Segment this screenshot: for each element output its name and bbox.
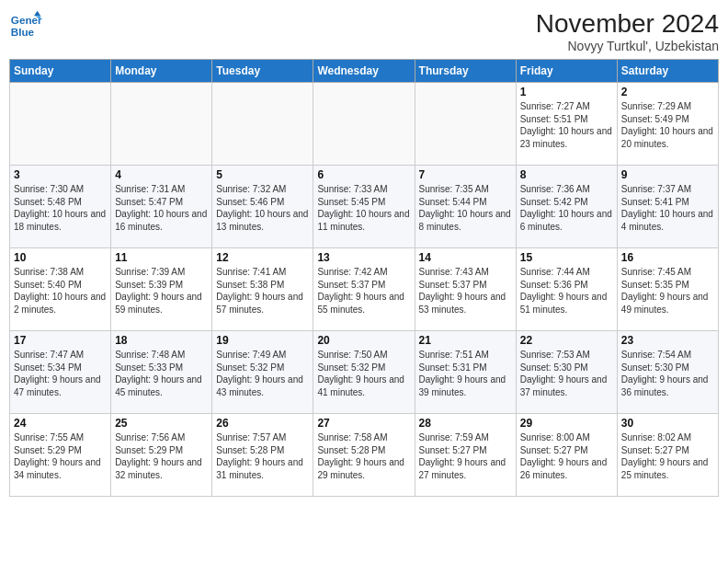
day-info: Sunrise: 7:56 AM	[115, 431, 208, 444]
day-info: Sunrise: 7:55 AM	[14, 431, 107, 444]
day-info: Sunrise: 7:53 AM	[520, 349, 613, 362]
header: General Blue November 2024 Novyy Turtkul…	[9, 9, 719, 53]
day-number: 23	[621, 334, 714, 347]
day-info: Sunrise: 7:45 AM	[621, 266, 714, 279]
day-number: 14	[419, 251, 512, 264]
day-info: Daylight: 9 hours and 47 minutes.	[14, 373, 107, 398]
calendar-cell: 25Sunrise: 7:56 AMSunset: 5:29 PMDayligh…	[111, 414, 212, 497]
day-info: Sunset: 5:41 PM	[621, 196, 714, 209]
day-info: Sunset: 5:32 PM	[317, 362, 410, 374]
calendar-cell: 4Sunrise: 7:31 AMSunset: 5:47 PMDaylight…	[111, 166, 212, 248]
calendar-body: 1Sunrise: 7:27 AMSunset: 5:51 PMDaylight…	[10, 83, 719, 497]
day-info: Daylight: 10 hours and 23 minutes.	[520, 125, 613, 150]
day-number: 6	[317, 168, 410, 181]
day-info: Daylight: 9 hours and 53 minutes.	[419, 291, 512, 316]
day-info: Sunset: 5:35 PM	[621, 279, 714, 292]
day-info: Sunset: 5:34 PM	[14, 362, 107, 374]
day-info: Sunrise: 7:31 AM	[115, 183, 208, 196]
day-info: Sunrise: 7:41 AM	[216, 266, 309, 279]
day-info: Daylight: 9 hours and 57 minutes.	[216, 291, 309, 316]
day-info: Sunrise: 7:37 AM	[621, 183, 714, 196]
calendar-cell: 20Sunrise: 7:50 AMSunset: 5:32 PMDayligh…	[313, 331, 415, 414]
day-info: Sunset: 5:45 PM	[317, 196, 410, 209]
day-number: 2	[621, 86, 714, 98]
day-info: Sunrise: 7:48 AM	[115, 349, 208, 362]
day-info: Sunrise: 7:32 AM	[216, 183, 309, 196]
day-info: Sunrise: 7:54 AM	[621, 349, 714, 362]
day-number: 1	[520, 86, 613, 98]
day-info: Daylight: 10 hours and 6 minutes.	[520, 208, 613, 233]
day-header-sunday: Sunday	[10, 60, 111, 83]
day-number: 11	[115, 251, 208, 264]
day-info: Daylight: 10 hours and 2 minutes.	[14, 291, 107, 316]
day-info: Sunrise: 8:00 AM	[520, 431, 613, 444]
day-info: Sunset: 5:47 PM	[115, 196, 208, 209]
day-info: Daylight: 9 hours and 49 minutes.	[621, 291, 714, 316]
calendar-cell: 5Sunrise: 7:32 AMSunset: 5:46 PMDaylight…	[212, 166, 313, 248]
day-info: Sunrise: 7:59 AM	[419, 431, 512, 444]
day-info: Daylight: 9 hours and 31 minutes.	[216, 456, 309, 481]
day-info: Sunrise: 7:36 AM	[520, 183, 613, 196]
day-number: 20	[317, 334, 410, 347]
calendar-cell: 9Sunrise: 7:37 AMSunset: 5:41 PMDaylight…	[617, 166, 718, 248]
day-number: 19	[216, 334, 309, 347]
day-number: 18	[115, 334, 208, 347]
calendar-cell: 24Sunrise: 7:55 AMSunset: 5:29 PMDayligh…	[10, 414, 111, 497]
day-info: Daylight: 9 hours and 41 minutes.	[317, 373, 410, 398]
day-number: 3	[14, 168, 107, 181]
day-header-thursday: Thursday	[415, 60, 516, 83]
day-info: Sunset: 5:44 PM	[419, 196, 512, 209]
day-info: Sunset: 5:27 PM	[621, 444, 714, 457]
calendar-cell	[212, 83, 313, 166]
day-info: Daylight: 9 hours and 37 minutes.	[520, 373, 613, 398]
day-info: Daylight: 10 hours and 8 minutes.	[419, 208, 512, 233]
day-info: Sunrise: 7:38 AM	[14, 266, 107, 279]
day-info: Sunset: 5:36 PM	[520, 279, 613, 292]
day-number: 17	[14, 334, 107, 347]
day-number: 29	[520, 417, 613, 430]
month-title: November 2024	[536, 9, 719, 39]
day-info: Sunset: 5:48 PM	[14, 196, 107, 209]
day-info: Sunset: 5:42 PM	[520, 196, 613, 209]
day-number: 30	[621, 417, 714, 430]
day-number: 21	[419, 334, 512, 347]
day-info: Daylight: 9 hours and 43 minutes.	[216, 373, 309, 398]
calendar-week-2: 3Sunrise: 7:30 AMSunset: 5:48 PMDaylight…	[10, 166, 719, 248]
day-info: Sunset: 5:30 PM	[520, 362, 613, 374]
day-info: Sunrise: 7:47 AM	[14, 349, 107, 362]
calendar-cell: 3Sunrise: 7:30 AMSunset: 5:48 PMDaylight…	[10, 166, 111, 248]
calendar-cell	[415, 83, 516, 166]
day-info: Sunrise: 7:33 AM	[317, 183, 410, 196]
day-number: 4	[115, 168, 208, 181]
day-info: Sunset: 5:31 PM	[419, 362, 512, 374]
day-info: Sunset: 5:28 PM	[317, 444, 410, 457]
day-header-tuesday: Tuesday	[212, 60, 313, 83]
calendar-cell: 30Sunrise: 8:02 AMSunset: 5:27 PMDayligh…	[617, 414, 718, 497]
day-info: Sunrise: 7:42 AM	[317, 266, 410, 279]
calendar-cell: 26Sunrise: 7:57 AMSunset: 5:28 PMDayligh…	[212, 414, 313, 497]
day-info: Daylight: 9 hours and 59 minutes.	[115, 291, 208, 316]
day-info: Daylight: 9 hours and 29 minutes.	[317, 456, 410, 481]
day-number: 26	[216, 417, 309, 430]
calendar-cell: 1Sunrise: 7:27 AMSunset: 5:51 PMDaylight…	[516, 83, 617, 166]
calendar-cell: 17Sunrise: 7:47 AMSunset: 5:34 PMDayligh…	[10, 331, 111, 414]
calendar-cell: 28Sunrise: 7:59 AMSunset: 5:27 PMDayligh…	[415, 414, 516, 497]
calendar-cell: 27Sunrise: 7:58 AMSunset: 5:28 PMDayligh…	[313, 414, 415, 497]
day-info: Sunset: 5:28 PM	[216, 444, 309, 457]
day-number: 10	[14, 251, 107, 264]
day-number: 28	[419, 417, 512, 430]
day-info: Daylight: 9 hours and 25 minutes.	[621, 456, 714, 481]
day-info: Daylight: 10 hours and 11 minutes.	[317, 208, 410, 233]
day-number: 7	[419, 168, 512, 181]
day-info: Sunset: 5:27 PM	[419, 444, 512, 457]
calendar-cell: 16Sunrise: 7:45 AMSunset: 5:35 PMDayligh…	[617, 248, 718, 331]
calendar-cell	[313, 83, 415, 166]
day-info: Daylight: 10 hours and 18 minutes.	[14, 208, 107, 233]
calendar-cell: 10Sunrise: 7:38 AMSunset: 5:40 PMDayligh…	[10, 248, 111, 331]
day-info: Daylight: 9 hours and 45 minutes.	[115, 373, 208, 398]
day-header-friday: Friday	[516, 60, 617, 83]
calendar-cell: 11Sunrise: 7:39 AMSunset: 5:39 PMDayligh…	[111, 248, 212, 331]
calendar-cell	[111, 83, 212, 166]
calendar-week-5: 24Sunrise: 7:55 AMSunset: 5:29 PMDayligh…	[10, 414, 719, 497]
day-info: Sunset: 5:29 PM	[115, 444, 208, 457]
